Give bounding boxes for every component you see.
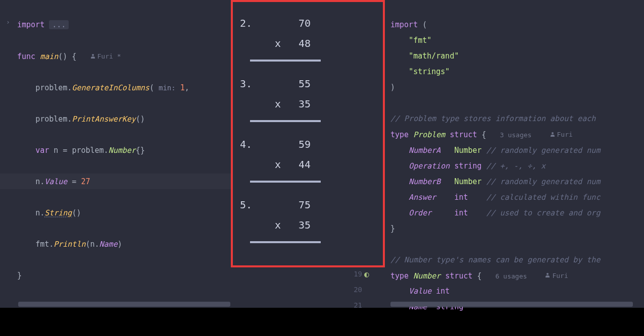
code-line[interactable]: "fmt" bbox=[390, 33, 644, 48]
usages-inlay[interactable]: 3 usages bbox=[500, 131, 532, 139]
code-line[interactable]: // Number type's names can be generated … bbox=[390, 252, 644, 268]
author-inlay: Furi * bbox=[90, 48, 121, 64]
code-line[interactable]: "math/rand" bbox=[390, 48, 644, 64]
right-code[interactable]: import ( "fmt" "math/rand" "strings" ) /… bbox=[390, 0, 644, 315]
code-line[interactable]: // Problem type stores information about… bbox=[390, 111, 644, 127]
problem-item: 4. 59 x44 bbox=[240, 134, 376, 183]
problem-rule bbox=[250, 181, 321, 183]
code-line[interactable]: Order int // used to create and org bbox=[390, 205, 644, 221]
code-line[interactable]: "strings" bbox=[390, 64, 644, 80]
person-icon bbox=[550, 132, 555, 137]
code-line[interactable]: } bbox=[0, 268, 336, 284]
code-line-blank bbox=[390, 95, 644, 111]
problem-item: 5. 75 x35 bbox=[240, 195, 376, 243]
code-line[interactable]: type Number struct { 6 usages Furi bbox=[390, 268, 644, 284]
author-inlay: Furi bbox=[550, 127, 573, 142]
fold-chevron-icon[interactable]: › bbox=[6, 18, 10, 26]
author-inlay: Furi bbox=[545, 268, 568, 284]
horizontal-scrollbar[interactable] bbox=[18, 302, 230, 307]
gutter-marker-icon[interactable]: ◐ bbox=[364, 269, 369, 279]
code-line[interactable]: } bbox=[390, 221, 644, 237]
output-panel: 2. 70 x48 3. 55 x35 4. 59 x44 5. 75 x35 bbox=[231, 0, 385, 267]
person-icon bbox=[545, 273, 550, 278]
problem-item: 3. 55 x35 bbox=[240, 74, 376, 122]
horizontal-scrollbar[interactable] bbox=[390, 302, 633, 307]
problem-rule bbox=[250, 60, 321, 62]
code-line[interactable]: NumberA Number // randomly generated num bbox=[390, 143, 644, 158]
code-line[interactable]: NumberB Number // randomly generated num bbox=[390, 174, 644, 190]
usages-inlay[interactable]: 6 usages bbox=[496, 272, 527, 279]
keyword-import: import bbox=[17, 20, 44, 29]
ide-workspace: › import ... func main() { Furi * proble… bbox=[0, 0, 644, 308]
line-number: 19 bbox=[346, 270, 362, 278]
problem-rule bbox=[250, 120, 321, 122]
problem-rule bbox=[250, 241, 321, 243]
code-line[interactable]: Value int bbox=[390, 284, 644, 299]
import-collapsed[interactable]: ... bbox=[49, 20, 69, 29]
code-line[interactable]: import ( bbox=[390, 17, 644, 33]
code-line[interactable]: Answer int // calculated within func bbox=[390, 190, 644, 205]
code-line[interactable]: ) bbox=[390, 80, 644, 95]
code-line-blank bbox=[390, 237, 644, 252]
code-line[interactable]: Operation string // +, -, ÷, x bbox=[390, 158, 644, 174]
line-number: 21 bbox=[346, 301, 362, 309]
problem-item: 2. 70 x48 bbox=[240, 13, 376, 62]
code-line[interactable]: type Problem struct { 3 usages Furi bbox=[390, 127, 644, 143]
line-number: 20 bbox=[346, 286, 362, 294]
person-icon bbox=[90, 54, 95, 59]
